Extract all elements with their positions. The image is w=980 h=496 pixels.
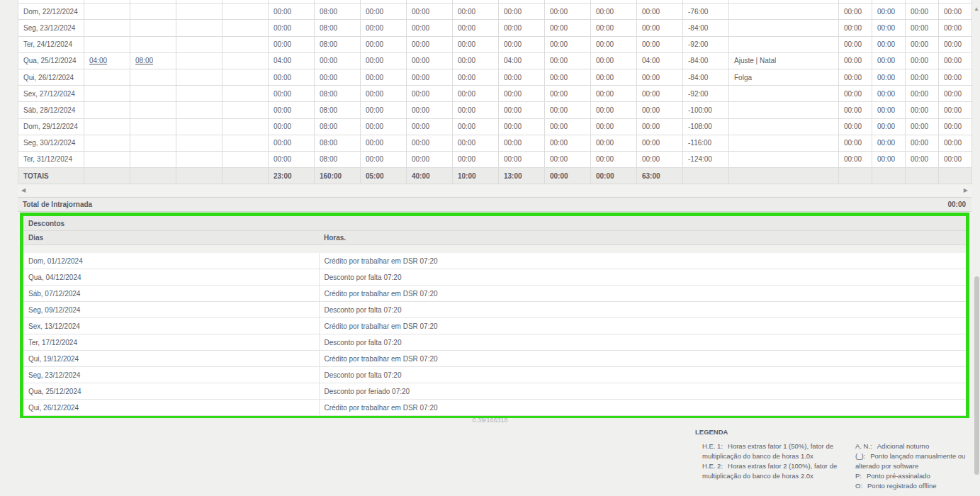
legend-title: LEGENDA xyxy=(695,427,973,437)
value-cell: 00:00 xyxy=(872,36,906,52)
legend: LEGENDA H.E. 1:Horas extras fator 1 (50%… xyxy=(695,427,973,491)
value-cell: 00:00 xyxy=(453,86,499,102)
punch-cell xyxy=(130,86,176,102)
descontos-dia-cell: Qui, 26/12/2024 xyxy=(23,400,319,416)
horizontal-scrollbar[interactable]: ◀ ▶ xyxy=(18,185,971,196)
value-cell: 00:00 xyxy=(545,102,591,118)
legend-item-label: O: xyxy=(855,482,862,490)
value-cell: 00:00 xyxy=(499,151,545,167)
scroll-up-icon[interactable]: ▲ xyxy=(974,6,979,12)
balance-cell: -84:00 xyxy=(683,69,729,85)
value-cell: 00:00 xyxy=(637,102,683,118)
descontos-dia-cell: Qua, 04/12/2024 xyxy=(23,269,319,286)
value-cell: 00:00 xyxy=(407,36,453,52)
timesheet-table: Dom, 22/12/202400:0008:0000:0000:0000:00… xyxy=(18,0,972,184)
punch-cell xyxy=(223,52,269,69)
value-cell: 00:00 xyxy=(499,86,545,102)
timesheet-row: Seg, 23/12/202400:0008:0000:0000:0000:00… xyxy=(18,20,972,36)
punch-cell xyxy=(176,151,223,167)
descontos-dia-cell: Qua, 25/12/2024 xyxy=(23,383,319,400)
value-cell: 00:00 xyxy=(939,86,972,102)
legend-item: (_):Ponto lançado manualmente ou alterad… xyxy=(855,451,973,471)
value-cell: 00:00 xyxy=(906,20,939,36)
vertical-scrollbar-thumb[interactable] xyxy=(974,276,979,475)
punch-cell xyxy=(84,102,130,118)
punch-cell xyxy=(223,20,269,36)
punch-link[interactable]: 04:00 xyxy=(89,57,107,64)
value-cell: 00:00 xyxy=(407,86,453,102)
value-cell: 00:00 xyxy=(361,118,407,135)
value-cell xyxy=(839,168,872,184)
legend-item: O:Ponto registrado offline xyxy=(855,481,973,491)
value-cell: 00:00 xyxy=(407,151,453,167)
value-cell: 13:00 xyxy=(499,168,545,184)
punch-cell xyxy=(223,36,269,52)
timesheet-row: Dom, 29/12/202400:0008:0000:0000:0000:00… xyxy=(18,118,972,135)
value-cell: 00:00 xyxy=(453,4,499,20)
descontos-hora-cell: Crédito por trabalhar em DSR 07:20 xyxy=(319,286,966,302)
value-cell: 00:00 xyxy=(453,118,499,135)
value-cell: 160:00 xyxy=(315,168,361,184)
value-cell: 00:00 xyxy=(637,151,683,167)
value-cell: 00:00 xyxy=(939,52,972,69)
punch-link[interactable]: 08:00 xyxy=(135,57,153,64)
date-cell: Qua, 25/12/2024 xyxy=(18,52,84,69)
punch-cell xyxy=(223,4,269,20)
descontos-hora-cell: Desconto por feriado 07:20 xyxy=(319,383,966,400)
date-cell: Dom, 29/12/2024 xyxy=(18,118,84,135)
value-cell: 00:00 xyxy=(407,20,453,36)
descontos-title: Descontos xyxy=(23,216,966,231)
descontos-row: Qua, 25/12/2024Desconto por feriado 07:2… xyxy=(23,383,966,400)
value-cell: 40:00 xyxy=(407,168,453,184)
descontos-row: Seg, 09/12/2024Desconto por falta 07:20 xyxy=(23,302,966,318)
timesheet-row: Sáb, 28/12/202400:0008:0000:0000:0000:00… xyxy=(18,102,972,118)
descontos-table: Dom, 01/12/2024Crédito por trabalhar em … xyxy=(23,253,966,416)
date-cell: Seg, 30/12/2024 xyxy=(18,135,84,151)
value-cell: 00:00 xyxy=(269,20,315,36)
punch-cell xyxy=(223,168,269,184)
value-cell: 00:00 xyxy=(591,168,637,184)
value-cell: 00:00 xyxy=(453,52,499,69)
scroll-right-icon[interactable]: ▶ xyxy=(964,186,968,195)
value-cell: 08:00 xyxy=(315,102,361,118)
punch-cell xyxy=(84,36,130,52)
value-cell: 00:00 xyxy=(906,69,939,85)
value-cell: 00:00 xyxy=(545,168,591,184)
descontos-dia-cell: Sáb, 07/12/2024 xyxy=(23,286,319,302)
value-cell: 00:00 xyxy=(872,86,906,102)
value-cell: 00:00 xyxy=(499,69,545,85)
date-cell: Sáb, 28/12/2024 xyxy=(18,102,84,118)
intrajornada-bar: Total de Intrajornada 00:00 xyxy=(18,197,971,212)
punch-cell xyxy=(84,118,130,135)
date-cell: TOTAIS xyxy=(18,168,84,184)
value-cell: 00:00 xyxy=(872,135,906,151)
descontos-spacer xyxy=(23,245,966,253)
value-cell: 00:00 xyxy=(269,135,315,151)
punch-cell xyxy=(176,102,223,118)
date-cell: Seg, 23/12/2024 xyxy=(18,20,84,36)
punch-cell xyxy=(176,168,223,184)
value-cell: 00:00 xyxy=(591,118,637,135)
descontos-row: Qui, 26/12/2024Crédito por trabalhar em … xyxy=(23,400,966,416)
column-header-horas: Horas. xyxy=(319,231,966,244)
punch-cell xyxy=(176,69,223,85)
punch-cell xyxy=(176,135,223,151)
value-cell: 00:00 xyxy=(545,86,591,102)
value-cell: 00:00 xyxy=(361,86,407,102)
value-cell: 00:00 xyxy=(906,118,939,135)
value-cell: 00:00 xyxy=(453,69,499,85)
punch-cell xyxy=(130,135,176,151)
value-cell: 08:00 xyxy=(315,4,361,20)
value-cell: 00:00 xyxy=(361,52,407,69)
scroll-left-icon[interactable]: ◀ xyxy=(21,186,26,195)
value-cell: 00:00 xyxy=(939,20,972,36)
value-cell: 00:00 xyxy=(315,52,361,69)
punch-cell xyxy=(130,168,176,184)
value-cell: 00:00 xyxy=(407,4,453,20)
descontos-hora-cell: Desconto por falta 07:20 xyxy=(319,302,966,318)
value-cell: 08:00 xyxy=(315,118,361,135)
value-cell: 08:00 xyxy=(315,86,361,102)
value-cell: 00:00 xyxy=(872,20,906,36)
totals-row: TOTAIS23:00160:0005:0040:0010:0013:0000:… xyxy=(18,168,972,184)
value-cell: 00:00 xyxy=(906,86,939,102)
